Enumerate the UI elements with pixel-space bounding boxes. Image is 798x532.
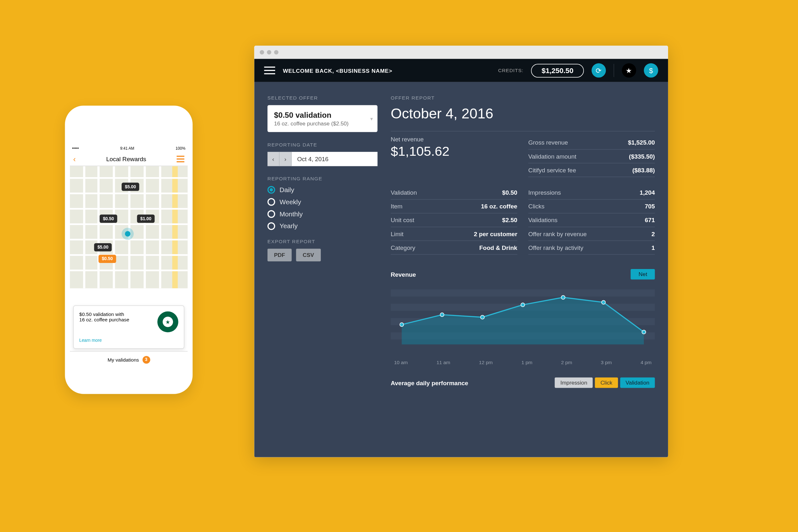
report-title: October 4, 2016 [391, 105, 655, 122]
traffic-light-icon [260, 50, 264, 55]
stat-row: Limit2 per customer [391, 227, 517, 241]
chevron-down-icon: ▾ [370, 116, 373, 121]
stat-row: Impressions1,204 [528, 186, 655, 200]
svg-point-1 [400, 323, 403, 326]
date-picker: ‹ › Oct 4, 2016 [267, 152, 378, 166]
stat-row: Item16 oz. coffee [391, 200, 517, 213]
divider [613, 64, 614, 77]
avg-performance-section: Average daily performance Impression Cli… [391, 378, 655, 388]
credits-amount: $1,250.50 [531, 63, 584, 77]
date-prev-button[interactable]: ‹ [267, 152, 280, 166]
stat-row: Validations671 [528, 213, 655, 227]
revenue-chart-section: Revenue Net 10 am11 am [391, 269, 655, 365]
dashboard: SELECTED OFFER $0.50 validation 16 oz. c… [254, 82, 668, 457]
revenue-chart [391, 284, 655, 356]
radio-icon [267, 198, 275, 206]
stat-row: Offer rank by revenue2 [528, 227, 655, 241]
export-report-label: EXPORT REPORT [267, 239, 378, 244]
export-csv-button[interactable]: CSV [296, 249, 321, 261]
stat-row: Offer rank by activity1 [528, 241, 655, 255]
svg-point-4 [521, 303, 525, 307]
nav-title: Local Rewards [106, 155, 146, 162]
radio-icon [267, 186, 275, 194]
stat-row: Gross revenue$1,525.00 [528, 136, 655, 150]
refresh-icon[interactable]: ⟳ [591, 63, 606, 78]
reporting-range-label: REPORTING RANGE [267, 176, 378, 182]
traffic-light-icon [274, 50, 279, 55]
phone-mockup: ••••• 9:41 AM 100% ‹ Local Rewards $5.00 [65, 106, 192, 394]
battery-label: 100% [175, 146, 186, 150]
sidebar: SELECTED OFFER $0.50 validation 16 oz. c… [267, 95, 378, 444]
svg-point-3 [480, 315, 484, 319]
validations-count-badge: 3 [142, 356, 150, 363]
stat-row: Citifyd service fee($83.88) [528, 164, 655, 177]
radio-icon [267, 210, 275, 218]
range-yearly[interactable]: Yearly [267, 222, 378, 230]
chart-x-axis: 10 am11 am12 pm1 pm2 pm3 pm4 pm [391, 360, 655, 365]
my-validations-bar[interactable]: My validations 3 [70, 351, 188, 368]
status-time: 9:41 AM [120, 146, 134, 150]
menu-icon[interactable] [264, 67, 275, 74]
stat-row: CategoryFood & Drink [391, 241, 517, 255]
selected-offer-label: SELECTED OFFER [267, 95, 378, 100]
net-toggle-button[interactable]: Net [631, 269, 655, 280]
browser-window: WELCOME BACK, <BUSINESS NAME> CREDITS: $… [254, 46, 668, 457]
range-radio-group: Daily Weekly Monthly Yearly [267, 186, 378, 230]
offer-title: $0.50 validation [274, 111, 371, 120]
net-revenue-label: Net revenue [391, 136, 517, 142]
offer-line2: 16 oz. coffee purchase [79, 317, 129, 322]
report-panel: OFFER REPORT October 4, 2016 Net revenue… [391, 95, 655, 444]
offer-line1: $0.50 validation with [79, 311, 129, 317]
my-validations-label: My validations [108, 357, 139, 362]
map-pin[interactable]: $5.00 [94, 243, 112, 251]
segment-click[interactable]: Click [595, 378, 618, 388]
reporting-date-label: REPORTING DATE [267, 142, 378, 148]
range-monthly[interactable]: Monthly [267, 210, 378, 218]
svg-point-5 [561, 296, 565, 299]
credits-label: CREDITS: [498, 68, 523, 73]
learn-more-link[interactable]: Learn more [79, 338, 102, 343]
date-field[interactable]: Oct 4, 2016 [292, 152, 378, 166]
dollar-icon[interactable]: $ [644, 63, 658, 78]
svg-point-7 [642, 330, 646, 334]
app-bar: WELCOME BACK, <BUSINESS NAME> CREDITS: $… [254, 59, 668, 82]
segment-buttons: Impression Click Validation [555, 378, 655, 388]
segment-validation[interactable]: Validation [620, 378, 655, 388]
merchant-logo-icon [157, 311, 178, 332]
segment-impression[interactable]: Impression [555, 378, 593, 388]
stat-row: Clicks705 [528, 200, 655, 213]
offer-card[interactable]: $0.50 validation with 16 oz. coffee purc… [73, 305, 184, 349]
signal-dots: ••••• [72, 146, 79, 150]
map-pin[interactable]: $0.50 [100, 214, 117, 223]
traffic-light-icon [267, 50, 271, 55]
line-chart-svg [391, 284, 655, 356]
map-view[interactable]: $5.00 $0.50 $1.00 $5.00 $0.50 [70, 166, 188, 288]
back-icon[interactable]: ‹ [73, 154, 76, 164]
net-revenue-value: $1,105.62 [391, 144, 517, 159]
phone-navbar: ‹ Local Rewards [70, 152, 188, 166]
stat-row: Validation$0.50 [391, 186, 517, 200]
window-chrome [254, 46, 668, 59]
range-weekly[interactable]: Weekly [267, 198, 378, 206]
range-daily[interactable]: Daily [267, 186, 378, 194]
stat-row: Validation amount($335.50) [528, 150, 655, 164]
chart-title: Revenue [391, 271, 416, 278]
svg-point-2 [440, 313, 444, 317]
export-pdf-button[interactable]: PDF [267, 249, 292, 261]
current-location-dot [125, 231, 130, 236]
map-pin-selected[interactable]: $0.50 [99, 255, 116, 263]
map-pin[interactable]: $1.00 [137, 214, 154, 223]
radio-icon [267, 222, 275, 230]
phone-screen: ••••• 9:41 AM 100% ‹ Local Rewards $5.00 [70, 144, 188, 368]
star-icon[interactable]: ★ [622, 63, 636, 78]
date-next-button[interactable]: › [280, 152, 292, 166]
welcome-text: WELCOME BACK, <BUSINESS NAME> [283, 67, 392, 73]
selected-offer-dropdown[interactable]: $0.50 validation 16 oz. coffee purchase … [267, 105, 378, 132]
offer-report-label: OFFER REPORT [391, 95, 655, 100]
status-bar: ••••• 9:41 AM 100% [70, 144, 188, 152]
list-view-icon[interactable] [176, 155, 184, 162]
map-pin[interactable]: $5.00 [121, 183, 139, 191]
avg-performance-title: Average daily performance [391, 379, 468, 386]
offer-subtitle: 16 oz. coffee purchase ($2.50) [274, 121, 371, 127]
svg-point-6 [602, 300, 606, 304]
